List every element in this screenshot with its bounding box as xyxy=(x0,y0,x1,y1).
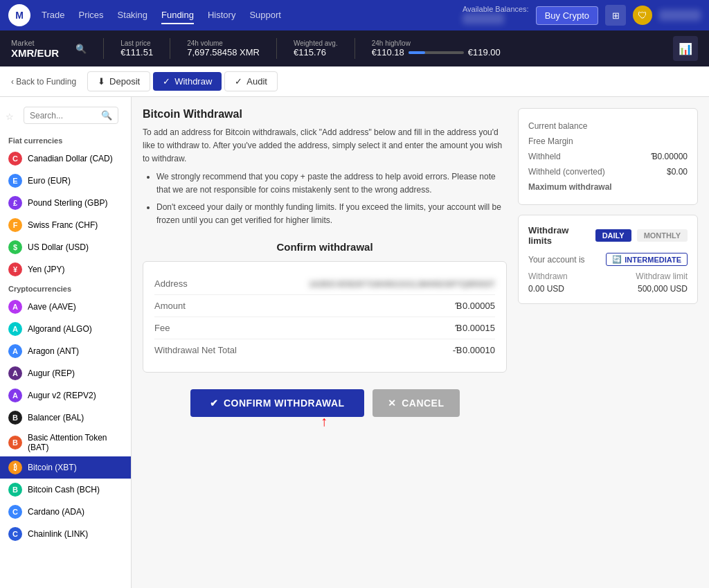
sidebar-item-link[interactable]: C Chainlink (LINK) xyxy=(0,523,131,545)
sidebar-item-cad[interactable]: C Canadian Dollar (CAD) xyxy=(0,148,131,170)
back-to-funding-link[interactable]: ‹ Back to Funding xyxy=(11,77,76,87)
bal-icon: B xyxy=(8,411,22,425)
current-balance-row: Current balance xyxy=(528,118,688,134)
link-label: Chainlink (LINK) xyxy=(28,529,88,539)
audit-icon: ✓ xyxy=(235,76,242,87)
fee-label: Fee xyxy=(154,323,170,333)
bal-label: Balancer (BAL) xyxy=(28,413,84,422)
xbt-label: Bitcoin (XBT) xyxy=(28,463,77,472)
cad-label: Canadian Dollar (CAD) xyxy=(28,154,113,163)
bat-icon: B xyxy=(8,436,22,449)
amount-label: Amount xyxy=(154,301,186,311)
nav-funding[interactable]: Funding xyxy=(161,7,194,24)
logo-icon[interactable]: M xyxy=(8,4,30,26)
divider xyxy=(170,38,170,59)
content-main: Bitcoin Withdrawal To add an address for… xyxy=(143,108,507,417)
amount-value: Ɓ0.00005 xyxy=(456,301,495,311)
market-search-icon[interactable]: 🔍 xyxy=(75,44,87,54)
jpy-icon: ¥ xyxy=(8,262,22,276)
usd-icon: $ xyxy=(8,240,22,254)
fee-value: Ɓ0.00015 xyxy=(456,323,495,333)
sidebar-item-aave[interactable]: A Aave (AAVE) xyxy=(0,296,131,318)
daily-tab[interactable]: DAILY xyxy=(595,229,631,242)
intermediate-icon: 🔄 xyxy=(612,255,622,264)
volume-stat: 24h volume 7,697.58458 XMR xyxy=(187,39,260,57)
audit-button[interactable]: ✓ Audit xyxy=(224,71,278,91)
balance-card: Current balance Free Margin Withheld Ɓ0.… xyxy=(518,108,698,205)
gbp-label: Pound Sterling (GBP) xyxy=(28,198,107,208)
withheld-conv-label: Withheld (converted) xyxy=(528,167,605,177)
net-total-label: Withdrawal Net Total xyxy=(154,345,237,355)
nav-history[interactable]: History xyxy=(208,7,235,24)
weighted-avg-stat: Weighted avg. €115.76 xyxy=(294,39,338,57)
shield-icon[interactable]: 🛡 xyxy=(633,6,652,25)
sidebar-item-eur[interactable]: E Euro (EUR) xyxy=(0,170,131,192)
search-input[interactable] xyxy=(30,111,101,121)
jpy-label: Yen (JPY) xyxy=(28,265,65,274)
cancel-button[interactable]: ✕ CANCEL xyxy=(373,389,460,417)
withheld-row: Withheld Ɓ0.00000 xyxy=(528,149,688,164)
action-buttons: ✔ CONFIRM WITHDRAWAL ✕ CANCEL ↑ xyxy=(143,389,507,417)
account-row: Your account is 🔄 INTERMEDIATE xyxy=(528,253,688,266)
fiat-section-label: Fiat currencies xyxy=(0,132,131,148)
x-icon: ✕ xyxy=(388,398,397,409)
current-balance-label: Current balance xyxy=(528,121,587,131)
sidebar-item-ant[interactable]: A Aragon (ANT) xyxy=(0,340,131,362)
limits-title: Withdraw limits xyxy=(528,225,590,246)
checkmark-icon: ✔ xyxy=(210,398,219,409)
market-pair: XMR/EUR xyxy=(11,47,59,59)
search-icon: 🔍 xyxy=(101,110,112,121)
repv2-icon: A xyxy=(8,389,22,402)
confirm-withdrawal-button[interactable]: ✔ CONFIRM WITHDRAWAL xyxy=(190,389,364,417)
bch-icon: B xyxy=(8,483,22,497)
nav-support[interactable]: Support xyxy=(249,7,281,24)
withheld-conv-row: Withheld (converted) $0.00 xyxy=(528,164,688,179)
sub-navigation: ‹ Back to Funding ⬇ Deposit ✓ Withdraw ✓… xyxy=(0,66,709,97)
divider xyxy=(276,38,277,59)
address-label: Address xyxy=(154,278,188,289)
nav-prices[interactable]: Prices xyxy=(78,7,103,24)
monthly-tab[interactable]: MONTHLY xyxy=(637,229,688,242)
withdraw-button[interactable]: ✓ Withdraw xyxy=(153,72,222,91)
chf-label: Swiss Franc (CHF) xyxy=(28,220,98,230)
free-margin-row: Free Margin xyxy=(528,134,688,149)
favorites-star-icon[interactable]: ☆ xyxy=(6,112,14,122)
chart-button[interactable]: 📊 xyxy=(673,36,698,61)
sidebar-item-bat[interactable]: B Basic Attention Token (BAT) xyxy=(0,429,131,456)
address-row: Address 1A2B3C4D5E6F7G8H9I0J1K2L3M4N5O6P… xyxy=(154,273,495,295)
nav-trade[interactable]: Trade xyxy=(42,7,64,24)
limits-table-row: 0.00 USD 500,000 USD xyxy=(528,284,688,294)
net-total-value: -Ɓ0.00010 xyxy=(453,345,495,355)
ada-label: Cardano (ADA) xyxy=(28,507,84,517)
nav-links: Trade Prices Staking Funding History Sup… xyxy=(42,7,463,24)
withdraw-icon: ✓ xyxy=(163,76,170,87)
deposit-button[interactable]: ⬇ Deposit xyxy=(87,71,150,91)
grid-icon[interactable]: ⊞ xyxy=(605,5,626,26)
sidebar-item-rep[interactable]: A Augur (REP) xyxy=(0,362,131,384)
sidebar-item-bal[interactable]: B Balancer (BAL) xyxy=(0,407,131,429)
buy-crypto-button[interactable]: Buy Crypto xyxy=(536,6,598,25)
sidebar-item-gbp[interactable]: £ Pound Sterling (GBP) xyxy=(0,192,131,214)
fee-row: Fee Ɓ0.00015 xyxy=(154,317,495,339)
sidebar-item-usd[interactable]: $ US Dollar (USD) xyxy=(0,236,131,258)
sidebar-item-xbt[interactable]: ₿ Bitcoin (XBT) xyxy=(0,456,131,479)
algo-label: Algorand (ALGO) xyxy=(28,324,92,334)
sidebar-item-chf[interactable]: F Swiss Franc (CHF) xyxy=(0,214,131,236)
amount-row: Amount Ɓ0.00005 xyxy=(154,295,495,317)
market-label-group: Market XMR/EUR xyxy=(11,39,59,59)
free-margin-label: Free Margin xyxy=(528,136,573,146)
sidebar-item-repv2[interactable]: A Augur v2 (REPV2) xyxy=(0,384,131,407)
user-button[interactable] xyxy=(659,10,701,21)
sidebar-item-bch[interactable]: B Bitcoin Cash (BCH) xyxy=(0,479,131,501)
nav-staking[interactable]: Staking xyxy=(118,7,147,24)
max-withdrawal-value xyxy=(639,182,688,192)
limits-header: Withdraw limits DAILY MONTHLY xyxy=(528,225,688,246)
withheld-conv-value: $0.00 xyxy=(667,167,688,177)
sidebar-item-ada[interactable]: C Cardano (ADA) xyxy=(0,501,131,523)
sidebar-item-jpy[interactable]: ¥ Yen (JPY) xyxy=(0,258,131,280)
ant-label: Aragon (ANT) xyxy=(28,346,79,356)
account-is-label: Your account is xyxy=(528,255,585,265)
withheld-label: Withheld xyxy=(528,152,561,161)
sidebar-item-algo[interactable]: A Algorand (ALGO) xyxy=(0,318,131,340)
rep-icon: A xyxy=(8,366,22,380)
